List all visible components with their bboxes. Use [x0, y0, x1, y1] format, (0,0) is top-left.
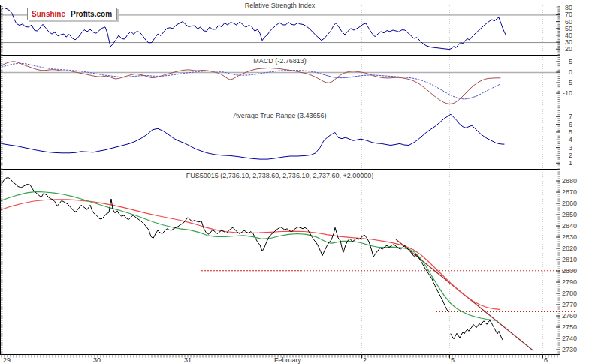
- price-tick-label-2870: 2870: [562, 188, 577, 196]
- date-label-31: 31: [184, 356, 192, 364]
- atr-tick-label-3: 3: [569, 144, 572, 152]
- macd-tick-label--5: -5: [566, 79, 572, 86]
- atr-tick-label-6: 6: [569, 121, 572, 128]
- price-line-feb5: [451, 320, 503, 341]
- date-label-30: 30: [93, 356, 101, 364]
- price-tick-label-2840: 2840: [562, 222, 577, 230]
- macd-line: [2, 62, 500, 104]
- price-tick-label-2790: 2790: [562, 278, 577, 286]
- date-label-6: 6: [544, 356, 548, 364]
- price-tick-label-2800: 2800: [562, 267, 577, 275]
- price-tick-label-2770: 2770: [562, 301, 577, 308]
- date-label-5: 5: [451, 356, 455, 364]
- price-tick-label-2810: 2810: [562, 256, 577, 263]
- price-tick-label-2760: 2760: [562, 312, 577, 320]
- chart-root: 8070605040302050-5-107654321288028702860…: [0, 0, 601, 364]
- logo-sunshine-text: Sunshine: [28, 8, 68, 20]
- atr-tick-label-4: 4: [569, 136, 572, 143]
- atr-tick-label-1: 1: [569, 159, 572, 167]
- atr-line: [2, 114, 504, 159]
- price-tick-label-2780: 2780: [562, 290, 577, 297]
- date-label-29: 29: [3, 356, 11, 364]
- rsi-tick-label-20: 20: [565, 45, 572, 53]
- ma-slow-line: [0, 200, 500, 310]
- macd-signal-line: [2, 63, 500, 99]
- price-tick-label-2860: 2860: [562, 200, 577, 207]
- price-tick-label-2820: 2820: [562, 245, 577, 252]
- sunshineprofits-logo[interactable]: Sunshine Profits.com: [27, 8, 117, 20]
- atr-tick-label-7: 7: [569, 113, 572, 120]
- price-tick-label-2830: 2830: [562, 233, 577, 241]
- date-label-2: 2: [363, 356, 367, 364]
- macd-tick-label-0: 0: [569, 68, 572, 76]
- price-line: [2, 178, 448, 312]
- price-tick-label-2730: 2730: [562, 346, 577, 353]
- logo-profits-text: Profits.com: [68, 8, 116, 20]
- date-label-February: February: [274, 356, 302, 364]
- price-tick-label-2850: 2850: [562, 211, 577, 218]
- price-tick-label-2880: 2880: [562, 177, 577, 185]
- price-tick-label-2740: 2740: [562, 335, 577, 342]
- macd-tick-label-5: 5: [569, 58, 572, 65]
- macd-tick-label--10: -10: [563, 89, 572, 97]
- price-tick-label-2750: 2750: [562, 323, 577, 331]
- atr-tick-label-5: 5: [569, 128, 572, 136]
- atr-tick-label-2: 2: [569, 152, 572, 159]
- chart-canvas: 8070605040302050-5-107654321288028702860…: [0, 0, 601, 364]
